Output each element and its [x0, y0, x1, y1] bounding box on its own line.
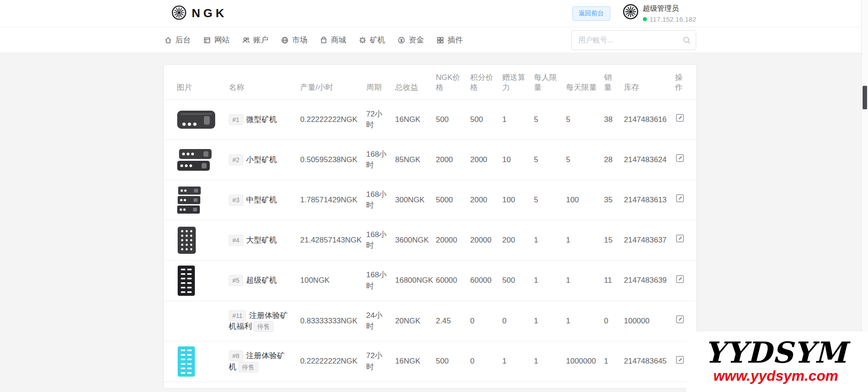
nav-item-plugins[interactable]: 插件	[436, 35, 463, 45]
edit-button[interactable]	[675, 274, 685, 285]
nav-label: 插件	[448, 35, 463, 45]
back-to-front-button[interactable]: 返回前台	[572, 6, 610, 21]
watermark-title: YYDSYM	[704, 339, 847, 367]
nav-item-funds[interactable]: 资金	[397, 35, 424, 45]
edit-button[interactable]	[675, 233, 685, 245]
column-header-image: 图片	[164, 65, 229, 100]
cell-output: 1.78571429NGK	[300, 180, 366, 220]
cell-stock: 2147483613	[624, 180, 675, 220]
column-header-per-person: 每人限量	[534, 65, 566, 100]
nav-item-market[interactable]: 市场	[281, 35, 307, 45]
cell-ngk-price: 60000	[436, 261, 470, 301]
nav-label: 资金	[409, 35, 424, 45]
cell-per-person: 1	[534, 301, 566, 341]
nav-item-website[interactable]: 网站	[203, 35, 230, 45]
cell-per-person: 5	[534, 100, 566, 140]
nav-label: 商城	[331, 35, 346, 45]
column-header-stock: 库存	[624, 65, 675, 100]
miner-image	[177, 265, 222, 296]
brand-logo[interactable]: NGK	[164, 5, 227, 22]
cell-sales: 28	[604, 140, 624, 180]
column-header-sales: 销量	[604, 65, 624, 100]
edit-button[interactable]	[675, 355, 685, 366]
miner-id-badge: #1	[229, 114, 243, 125]
column-header-output: 产量/小时	[300, 65, 366, 100]
cell-revenue: 85NGK	[395, 140, 436, 180]
miner-id-badge: #3	[229, 195, 243, 205]
top-header: NGK 返回前台	[0, 0, 868, 27]
cell-hashpower: 100	[502, 180, 534, 220]
cell-ngk-price: 2000	[436, 140, 470, 180]
cell-sales: 35	[604, 180, 624, 220]
cell-per-day: 1000000	[566, 341, 604, 382]
search-icon[interactable]	[683, 36, 691, 46]
nav-item-mall[interactable]: 商城	[320, 35, 346, 45]
nav-label: 网站	[214, 35, 230, 45]
nav-item-miners[interactable]: 矿机	[359, 35, 385, 45]
cell-per-person: 1	[534, 261, 566, 301]
plugin-icon	[436, 36, 444, 44]
cell-stock: 2147483637	[624, 220, 675, 261]
edit-button[interactable]	[675, 314, 685, 326]
cell-cycle: 168小时	[366, 180, 395, 220]
watermark: YYDSYM www.yydsym.com	[686, 331, 868, 392]
scrollbar-thumb[interactable]	[863, 86, 867, 109]
cell-per-person: 5	[534, 180, 566, 220]
miner-image	[177, 186, 222, 215]
cell-point-price: 0	[470, 301, 502, 341]
cell-cycle: 168小时	[366, 220, 395, 261]
miner-name: 小型矿机	[246, 155, 277, 164]
miner-name: 超级矿机	[246, 276, 277, 285]
column-header-revenue: 总收益	[395, 65, 436, 100]
table-header-row: 图片 名称 产量/小时 周期 总收益 NGK价格 积分价格 赠送算力 每人限量 …	[164, 65, 696, 100]
nav-item-backend[interactable]: 后台	[164, 35, 191, 45]
miner-id-badge: #8	[229, 350, 243, 361]
main-nav: 后台 网站 账户 市场 商城	[0, 27, 868, 53]
edit-button[interactable]	[675, 113, 685, 124]
cell-hashpower: 1	[502, 100, 534, 140]
stop-sale-badge: 停售	[238, 362, 258, 373]
miner-icon	[359, 36, 367, 44]
column-header-actions: 操作	[675, 65, 696, 100]
miner-name: 微型矿机	[246, 115, 277, 124]
cell-revenue: 300NGK	[395, 180, 436, 220]
search-input[interactable]	[571, 30, 696, 50]
cell-sales: 38	[604, 100, 624, 140]
cell-stock: 100000	[624, 301, 675, 341]
cell-stock: 2147483616	[624, 100, 675, 140]
column-header-per-day: 每天限量	[566, 65, 604, 100]
nav-label: 账户	[253, 35, 269, 45]
cell-hashpower: 500	[502, 261, 534, 301]
miner-id-badge: #4	[229, 235, 243, 246]
cell-per-person: 5	[534, 140, 566, 180]
cell-hashpower: 0	[502, 301, 534, 341]
cell-cycle: 24小时	[366, 301, 395, 341]
column-header-point-price: 积分价格	[470, 65, 502, 100]
table-row: #4大型矿机 21.42857143NGK 168小时 3600NGK 2000…	[164, 220, 696, 261]
cell-point-price: 60000	[470, 261, 502, 301]
column-header-hashpower: 赠送算力	[502, 65, 534, 100]
table-body: #1微型矿机 0.22222222NGK 72小时 16NGK 500 500 …	[164, 100, 696, 382]
cell-hashpower: 200	[502, 220, 534, 261]
column-header-cycle: 周期	[366, 65, 395, 100]
admin-menu[interactable]: 超级管理员 117.152.16.182	[623, 4, 696, 23]
column-header-name: 名称	[229, 65, 300, 100]
cell-revenue: 3600NGK	[395, 220, 436, 261]
table-row: #11注册体验矿机福利停售 0.83333333NGK 24小时 20NGK 2…	[164, 301, 696, 341]
cell-point-price: 500	[470, 100, 502, 140]
table-row: #2小型矿机 0.50595238NGK 168小时 85NGK 2000 20…	[164, 140, 696, 180]
cell-point-price: 0	[470, 341, 502, 382]
miner-id-badge: #2	[229, 154, 243, 165]
cell-sales: 15	[604, 220, 624, 261]
edit-button[interactable]	[675, 153, 685, 164]
table-row: #8注册体验矿机停售 0.22222222NGK 72小时 16NGK 500 …	[164, 341, 696, 382]
cell-sales: 1	[604, 341, 624, 382]
user-search	[571, 30, 696, 50]
cell-per-person: 1	[534, 220, 566, 261]
scrollbar[interactable]	[861, 0, 868, 331]
miner-name: 大型矿机	[246, 236, 277, 244]
edit-button[interactable]	[675, 193, 685, 205]
cell-revenue: 16NGK	[395, 341, 436, 382]
nav-item-accounts[interactable]: 账户	[242, 35, 269, 45]
table-row: #3中型矿机 1.78571429NGK 168小时 300NGK 5000 2…	[164, 180, 696, 220]
